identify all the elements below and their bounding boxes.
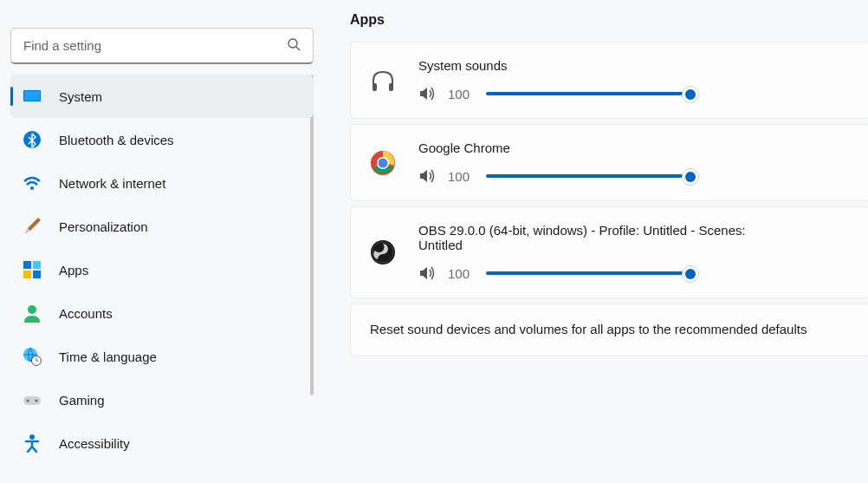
wifi-icon [23,173,42,193]
sidebar-item-apps[interactable]: Apps [10,248,314,291]
speaker-icon[interactable] [418,167,436,185]
svg-point-10 [28,305,36,314]
sidebar-item-personalization[interactable]: Personalization [10,205,314,248]
sidebar-item-label: Network & internet [59,176,165,191]
volume-row: 100 [418,85,850,102]
svg-point-14 [27,400,29,402]
nav-list: System Bluetooth & devices Network & int… [10,75,314,465]
svg-rect-13 [23,396,41,405]
section-title: Apps [350,12,868,28]
speaker-icon[interactable] [418,264,436,282]
app-volume-card: Google Chrome 100 [350,124,868,201]
volume-value: 100 [448,266,474,281]
sidebar-item-label: Gaming [59,393,105,408]
svg-point-5 [30,186,34,190]
app-name: System sounds [418,58,850,73]
card-body: Google Chrome 100 [418,140,850,185]
bluetooth-icon [23,130,42,149]
slider-thumb[interactable] [682,265,699,283]
globe-clock-icon [23,347,42,366]
display-icon [23,87,42,106]
svg-line-1 [296,47,300,50]
search-box[interactable] [10,28,314,64]
search-input[interactable] [23,38,287,53]
apps-icon [23,260,42,279]
card-body: System sounds 100 [418,58,850,102]
volume-slider[interactable] [486,85,694,102]
sidebar-item-system[interactable]: System [10,75,314,118]
sidebar-item-network[interactable]: Network & internet [10,161,314,205]
sidebar-item-label: Personalization [59,219,148,234]
app-name: Google Chrome [418,140,850,155]
sidebar-item-accessibility[interactable]: Accessibility [10,421,314,465]
svg-point-21 [379,158,388,167]
app-volume-card: OBS 29.0.0 (64-bit, windows) - Profile: … [350,206,868,298]
app-name: OBS 29.0.0 (64-bit, windows) - Profile: … [418,223,791,252]
content: Apps System sounds 100 Google C [329,0,868,483]
svg-rect-9 [33,271,41,278]
slider-thumb[interactable] [682,168,699,186]
svg-rect-7 [33,261,41,269]
volume-row: 100 [418,264,850,282]
accessibility-icon [23,434,42,453]
search-icon [287,37,301,55]
reset-text: Reset sound devices and volumes for all … [370,322,806,336]
sidebar-item-label: Accounts [59,306,113,321]
sidebar-item-label: Accessibility [59,436,130,451]
volume-slider[interactable] [486,264,694,282]
sidebar-item-bluetooth[interactable]: Bluetooth & devices [10,118,314,161]
reset-card[interactable]: Reset sound devices and volumes for all … [350,304,868,356]
headphones-icon [370,68,396,94]
sidebar-item-label: Apps [59,263,88,277]
volume-value: 100 [448,169,474,184]
gamepad-icon [23,390,42,409]
svg-point-16 [29,434,35,440]
chrome-icon [370,150,396,176]
svg-rect-6 [23,261,31,269]
svg-rect-17 [372,83,377,91]
person-icon [23,304,42,323]
volume-slider[interactable] [486,167,694,185]
app-volume-card: System sounds 100 [350,42,868,119]
volume-row: 100 [418,167,850,185]
paintbrush-icon [23,217,42,236]
sidebar-item-label: System [59,89,102,104]
obs-icon [370,239,396,265]
slider-thumb[interactable] [682,86,699,103]
speaker-icon[interactable] [418,85,436,102]
sidebar: System Bluetooth & devices Network & int… [0,0,329,483]
svg-point-15 [36,400,38,402]
volume-value: 100 [448,87,474,101]
sidebar-item-accounts[interactable]: Accounts [10,291,314,335]
svg-rect-18 [389,83,393,91]
svg-rect-3 [24,91,40,101]
sidebar-item-gaming[interactable]: Gaming [10,378,314,421]
svg-rect-8 [23,271,31,278]
card-body: OBS 29.0.0 (64-bit, windows) - Profile: … [418,223,850,282]
sidebar-item-label: Time & language [59,349,157,364]
sidebar-item-label: Bluetooth & devices [59,133,174,147]
svg-point-0 [288,39,297,48]
sidebar-item-time-language[interactable]: Time & language [10,335,314,378]
